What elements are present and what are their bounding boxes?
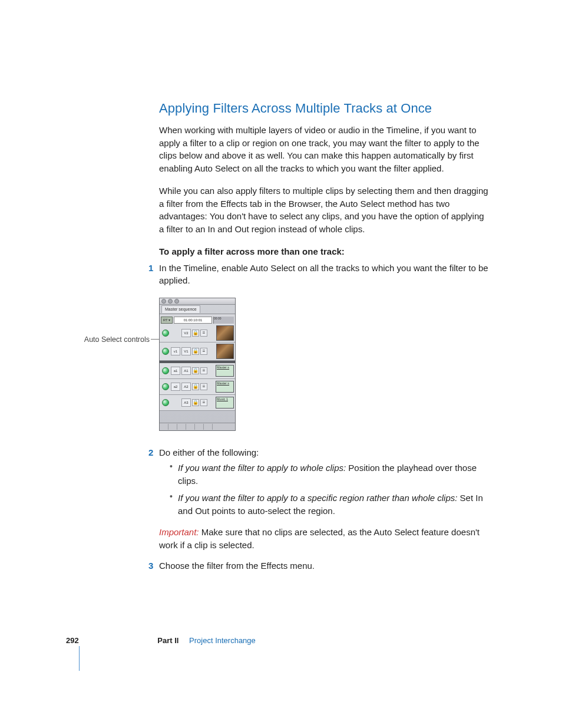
- track-a3: A3 🔒 ≡ Music 1: [160, 395, 235, 411]
- section-heading: Applying Filters Across Multiple Tracks …: [159, 99, 490, 118]
- track-option-icon: ≡: [200, 330, 207, 337]
- src-label-a1: a1: [171, 367, 180, 375]
- track-label-v2: V2: [181, 329, 191, 337]
- auto-select-icon: [162, 383, 169, 390]
- callout-auto-select: Auto Select controls: [73, 334, 150, 345]
- step-1: In the Timeline, enable Auto Select on a…: [159, 262, 490, 434]
- lock-icon: 🔒: [192, 399, 199, 406]
- track-label-a1: A1: [181, 367, 191, 375]
- track-option-icon: ≡: [200, 367, 207, 374]
- minimize-icon: [168, 299, 173, 304]
- chapter-label: Project Interchange: [189, 636, 256, 645]
- bullet-specific-region: If you want the filter to apply to a spe…: [170, 492, 490, 518]
- step-3-text: Choose the filter from the Effects menu.: [159, 561, 315, 571]
- bullet-lead: If you want the filter to apply to whole…: [178, 463, 348, 473]
- track-option-icon: ≡: [200, 383, 207, 390]
- timeline-footer: [160, 423, 235, 430]
- audio-clip: Music 1: [216, 397, 234, 409]
- track-a2: a2 A2 🔒 ≡ Master s: [160, 379, 235, 395]
- auto-select-icon: [162, 367, 169, 374]
- margin-rule: [79, 646, 80, 671]
- part-label: Part II: [157, 636, 178, 645]
- src-label-a2: a2: [171, 383, 180, 391]
- page-footer: 292 Part II Project Interchange: [66, 635, 256, 647]
- timeline-panel: Master sequence RT ▾ 01:00:10:01 00:00 V…: [159, 298, 236, 431]
- step-3: Choose the filter from the Effects menu.: [159, 559, 490, 572]
- step-1-text: In the Timeline, enable Auto Select on a…: [159, 263, 488, 286]
- bullet-lead: If you want the filter to apply to a spe…: [178, 493, 460, 503]
- lock-icon: 🔒: [192, 348, 199, 355]
- sequence-tab: Master sequence: [161, 305, 200, 313]
- ruler: 00:00: [213, 317, 234, 324]
- page-number: 292: [66, 636, 79, 645]
- important-text: Make sure that no clips are selected, as…: [159, 527, 480, 550]
- track-label-a2: A2: [181, 383, 191, 391]
- src-label-v1: v1: [171, 347, 180, 355]
- track-label-a3: A3: [181, 398, 191, 407]
- callout-line: [151, 339, 159, 340]
- procedure-title: To apply a filter across more than one t…: [159, 245, 490, 258]
- auto-select-icon: [162, 348, 169, 355]
- track-a1: a1 A1 🔒 ≡ Master s: [160, 363, 235, 379]
- bullet-whole-clips: If you want the filter to apply to whole…: [170, 462, 490, 487]
- lock-icon: 🔒: [192, 367, 199, 374]
- important-label: Important:: [159, 527, 201, 537]
- rt-button: RT ▾: [161, 317, 173, 324]
- track-v2: V2 🔒 ≡: [160, 324, 235, 342]
- auto-select-icon: [162, 330, 169, 337]
- timecode-field: 01:00:10:01: [174, 317, 212, 324]
- track-v1: v1 V1 🔒 ≡: [160, 342, 235, 361]
- lock-icon: 🔒: [192, 330, 199, 337]
- intro-paragraph-2: While you can also apply filters to mult…: [159, 185, 490, 236]
- track-option-icon: ≡: [200, 348, 207, 355]
- step-2-intro: Do either of the following:: [159, 447, 259, 457]
- audio-clip: Master s: [216, 381, 234, 393]
- track-label-v1: V1: [181, 347, 191, 355]
- close-icon: [161, 299, 166, 304]
- clip-thumbnail: [216, 344, 234, 359]
- track-option-icon: ≡: [200, 399, 207, 406]
- step-2: Do either of the following: If you want …: [159, 446, 490, 551]
- figure-timeline: Auto Select controls Master sequence RT …: [159, 298, 490, 433]
- intro-paragraph-1: When working with multiple layers of vid…: [159, 124, 490, 175]
- auto-select-icon: [162, 399, 169, 406]
- audio-clip: Master s: [216, 365, 234, 377]
- clip-thumbnail: [216, 325, 234, 341]
- lock-icon: 🔒: [192, 383, 199, 390]
- timeline-titlebar: [160, 298, 235, 305]
- important-note: Important: Make sure that no clips are s…: [159, 526, 490, 552]
- zoom-icon: [174, 299, 179, 304]
